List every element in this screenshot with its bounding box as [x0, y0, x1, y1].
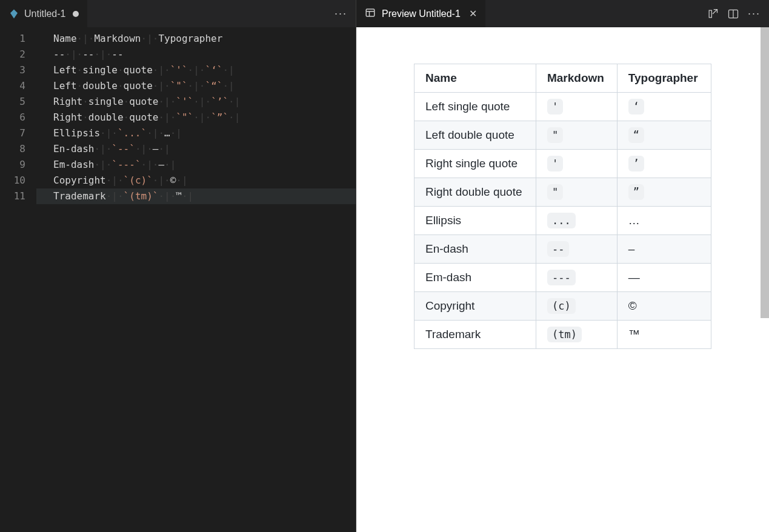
name-cell: Ellipsis	[414, 207, 536, 235]
code-line[interactable]: Ellipsis·|·`...`·|·…·|	[36, 125, 356, 141]
code-line[interactable]: Left·double·quote·|·`"`·|·`“`·|	[36, 78, 356, 94]
code-line[interactable]: Right·single·quote·|·`'`·|·`’`·|	[36, 94, 356, 110]
name-cell: Right single quote	[414, 150, 536, 178]
line-number: 3	[0, 62, 25, 78]
name-cell: Trademark	[414, 321, 536, 349]
table-header-cell: Typographer	[617, 64, 711, 93]
line-number: 8	[0, 141, 25, 157]
code-line[interactable]: --·|·--·|·--	[36, 47, 356, 62]
code-line[interactable]: Trademark·|·`(tm)`·|·™·|	[36, 188, 356, 204]
code-line[interactable]: Left·single·quote·|·`'`·|·`‘`·|	[36, 62, 356, 78]
markdown-cell: "	[536, 121, 617, 150]
markdown-cell: (tm)	[536, 321, 617, 349]
code-line[interactable]: En-dash·|·`--`·|·–·|	[36, 141, 356, 157]
markdown-table: NameMarkdownTypographer Left single quot…	[414, 64, 711, 349]
line-number: 9	[0, 157, 25, 173]
preview-icon	[365, 7, 376, 21]
typographer-cell: …	[617, 207, 711, 235]
table-row: Trademark(tm)™	[414, 321, 711, 349]
name-cell: Copyright	[414, 292, 536, 321]
line-number: 7	[0, 125, 25, 141]
typographer-cell: ™	[617, 321, 711, 349]
markdown-cell: (c)	[536, 292, 617, 321]
typographer-cell: ©	[617, 292, 711, 321]
table-row: Right single quote'’	[414, 150, 711, 178]
typographer-cell: ’	[617, 150, 711, 178]
table-row: Left double quote"“	[414, 121, 711, 150]
code-line[interactable]: Em-dash·|·`---`·|·—·|	[36, 157, 356, 173]
scrollbar-thumb[interactable]	[761, 27, 769, 318]
editor-tab[interactable]: Untitled-1	[0, 0, 87, 27]
unsaved-indicator-icon	[73, 11, 79, 17]
markdown-cell: '	[536, 150, 617, 178]
name-cell: Right double quote	[414, 178, 536, 207]
table-header-cell: Name	[414, 64, 536, 93]
typographer-cell: ”	[617, 178, 711, 207]
svg-rect-0	[366, 9, 375, 16]
line-number: 1	[0, 31, 25, 47]
markdown-cell: "	[536, 178, 617, 207]
preview-tab[interactable]: Preview Untitled-1 ✕	[356, 0, 485, 27]
markdown-file-icon	[8, 8, 19, 19]
more-actions-icon[interactable]: ···	[748, 7, 761, 20]
close-icon[interactable]: ✕	[469, 8, 477, 19]
line-number: 4	[0, 78, 25, 94]
table-row: Ellipsis...…	[414, 207, 711, 235]
show-source-icon[interactable]	[707, 8, 719, 20]
markdown-cell: ---	[536, 264, 617, 292]
typographer-cell: —	[617, 264, 711, 292]
editor-tabbar: Untitled-1 ···	[0, 0, 356, 27]
table-row: Right double quote"”	[414, 178, 711, 207]
line-number: 10	[0, 173, 25, 188]
preview-tab-title: Preview Untitled-1	[382, 8, 461, 19]
table-row: En-dash--–	[414, 235, 711, 264]
code-area[interactable]: Name·|·Markdown·|·Typographer--·|·--·|·-…	[36, 31, 356, 532]
code-line[interactable]: Name·|·Markdown·|·Typographer	[36, 31, 356, 47]
name-cell: En-dash	[414, 235, 536, 264]
name-cell: Em-dash	[414, 264, 536, 292]
typographer-cell: –	[617, 235, 711, 264]
markdown-cell: --	[536, 235, 617, 264]
table-header-row: NameMarkdownTypographer	[414, 64, 711, 93]
typographer-cell: ‘	[617, 93, 711, 121]
code-line[interactable]: Copyright·|·`(c)`·|·©·|	[36, 173, 356, 188]
split-editor-icon[interactable]	[727, 8, 739, 20]
editor-tab-title: Untitled-1	[24, 8, 65, 19]
table-header-cell: Markdown	[536, 64, 617, 93]
name-cell: Left double quote	[414, 121, 536, 150]
line-number: 11	[0, 188, 25, 204]
preview-pane: Preview Untitled-1 ✕ ··· NameMarkdownTyp…	[356, 0, 769, 532]
preview-tabbar: Preview Untitled-1 ✕ ···	[356, 0, 769, 27]
line-number: 2	[0, 47, 25, 62]
editor-body[interactable]: 1234567891011 Name·|·Markdown·|·Typograp…	[0, 27, 356, 532]
line-number-gutter: 1234567891011	[0, 31, 36, 532]
line-number: 6	[0, 110, 25, 125]
table-row: Copyright(c)©	[414, 292, 711, 321]
editor-tab-actions[interactable]: ···	[335, 7, 356, 20]
typographer-cell: “	[617, 121, 711, 150]
more-actions-icon[interactable]: ···	[335, 7, 347, 19]
markdown-cell: ...	[536, 207, 617, 235]
name-cell: Left single quote	[414, 93, 536, 121]
code-line[interactable]: Right·double·quote·|·`"`·|·`”`·|	[36, 110, 356, 125]
markdown-cell: '	[536, 93, 617, 121]
preview-tab-actions: ···	[707, 7, 769, 20]
table-row: Left single quote'‘	[414, 93, 711, 121]
line-number: 5	[0, 94, 25, 110]
preview-content[interactable]: NameMarkdownTypographer Left single quot…	[356, 27, 769, 532]
table-row: Em-dash---—	[414, 264, 711, 292]
editor-pane: Untitled-1 ··· 1234567891011 Name·|·Mark…	[0, 0, 356, 532]
